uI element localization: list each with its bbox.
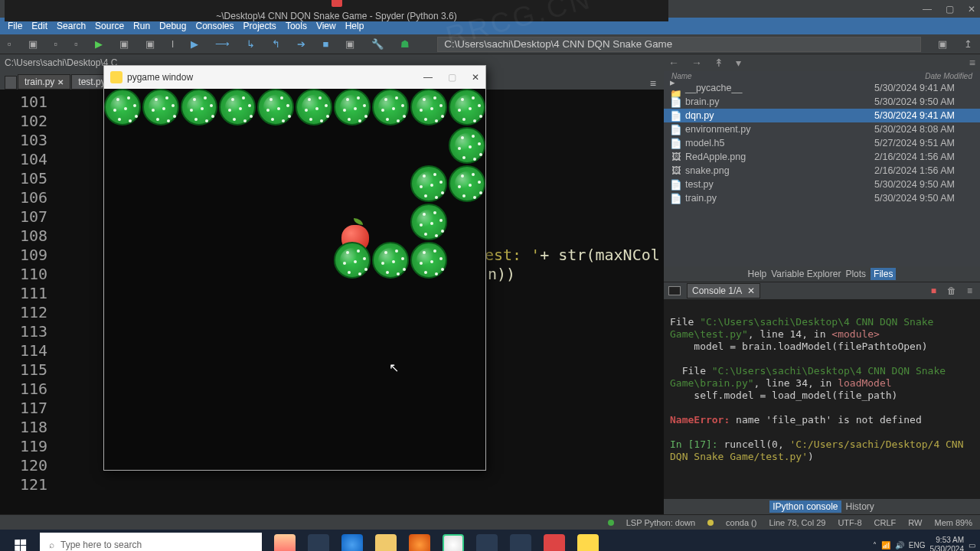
preferences-icon[interactable]: 🔧 [371,38,384,50]
snake-segment [219,89,256,126]
remove-console-icon[interactable]: 🗑 [947,285,956,296]
pythonpath-icon[interactable]: ☗ [400,38,410,50]
start-button[interactable] [5,533,35,551]
run-selection-icon[interactable]: I [172,38,175,50]
console-maximize-icon[interactable] [668,286,681,295]
file-name: RedApple.png [682,152,874,162]
save-all-icon[interactable]: ▫ [74,38,78,50]
debug-file-icon[interactable]: ▶ [191,38,198,50]
tab-label: test.py [78,77,105,87]
col-name[interactable]: Name [671,72,925,80]
tab-browser-icon[interactable] [5,76,17,90]
tray-volume-icon[interactable]: 🔊 [895,541,904,549]
cortana-icon[interactable] [274,534,296,551]
chrome-icon[interactable] [443,534,464,551]
menu-run[interactable]: Run [129,21,155,31]
taskview-icon[interactable] [308,534,329,551]
pane-options-icon[interactable]: ≡ [969,57,975,69]
menu-projects[interactable]: Projects [239,21,281,31]
debug-step-out-icon[interactable]: ↰ [272,38,280,50]
tray-expand-icon[interactable]: ˄ [873,541,877,549]
working-dir-input[interactable] [437,37,921,52]
file-row[interactable]: 📄brain.py5/30/2024 9:50 AM [664,95,980,109]
file-row[interactable]: 🖼snake.png2/16/2024 1:56 AM [664,164,980,178]
run-file-icon[interactable]: ▶ [95,38,103,50]
window-minimize-icon[interactable]: — [923,4,932,15]
menu-consoles[interactable]: Consoles [191,21,238,31]
max-editor-icon[interactable]: ▣ [345,38,354,50]
file-row[interactable]: 📄train.py5/30/2024 9:50 AM [664,191,980,205]
col-date[interactable]: Date Modified [925,72,972,80]
pygame-minimize-icon[interactable]: — [423,72,433,83]
window-maximize-icon[interactable]: ▢ [946,4,954,15]
stop-kernel-icon[interactable]: ■ [931,285,936,296]
close-icon[interactable]: ✕ [57,78,64,86]
tray-clock[interactable]: 9:53 AM 5/30/2024 [930,536,965,551]
tab-ipython[interactable]: IPython console [769,500,841,513]
window-close-icon[interactable]: ✕ [968,4,975,15]
menu-search[interactable]: Search [52,21,90,31]
app-icon[interactable] [510,534,531,551]
run-cell-icon[interactable]: ▣ [119,38,129,50]
editor-tab-train[interactable]: train.py ✕ [18,74,70,90]
tab-help[interactable]: Help [748,269,767,279]
menu-tools[interactable]: Tools [281,21,312,31]
up-icon[interactable]: ↟ [714,57,724,69]
file-row[interactable]: 📄model.h55/27/2024 9:51 AM [664,136,980,150]
menu-view[interactable]: View [312,21,341,31]
tab-plots[interactable]: Plots [845,269,866,279]
tab-varexp[interactable]: Variable Explorer [771,269,841,279]
tray-notifications-icon[interactable]: ▭ [969,541,975,549]
edge-icon[interactable] [341,534,363,551]
taskbar-search[interactable]: ⌕ Type here to search [40,533,262,551]
debug-continue-icon[interactable]: ➔ [297,38,305,50]
console-tab[interactable]: Console 1/A ✕ [687,283,760,298]
close-icon[interactable]: ✕ [747,285,755,296]
file-row[interactable]: 📄dqn.py5/30/2024 9:41 AM [664,109,980,122]
status-env[interactable]: conda () [726,518,756,527]
pygame-close-icon[interactable]: ✕ [472,72,479,83]
pygame-maximize-icon[interactable]: ▢ [448,72,456,83]
new-file-icon[interactable]: ▫ [8,38,11,50]
file-date: 5/30/2024 9:50 AM [874,193,974,204]
status-lsp[interactable]: LSP Python: down [626,518,695,527]
explorer-icon[interactable] [375,534,397,551]
parent-dir-icon[interactable]: ↥ [964,38,972,50]
tray-language-icon[interactable]: ENG [909,541,926,549]
menu-debug[interactable]: Debug [155,21,191,31]
ipython-console[interactable]: File "C:\Users\sachi\Desktop\4 CNN DQN S… [664,299,980,499]
menu-file[interactable]: File [3,21,27,31]
firefox-icon[interactable] [409,534,430,551]
status-eol[interactable]: CRLF [874,518,897,527]
browse-dir-icon[interactable]: ▣ [938,38,947,50]
file-row[interactable]: 🖼RedApple.png2/16/2024 1:56 AM [664,150,980,164]
pygame-icon[interactable] [577,534,599,551]
filter-icon[interactable]: ▾ [736,57,741,69]
debug-stop-icon[interactable]: ■ [322,38,328,50]
vscode-icon[interactable] [476,534,498,551]
tab-files[interactable]: Files [871,268,896,280]
file-row[interactable]: 📄environment.py5/30/2024 8:08 AM [664,122,980,136]
save-file-icon[interactable]: ▫ [54,38,58,50]
editor-options-icon[interactable]: ≡ [650,77,656,90]
status-enc[interactable]: UTF-8 [838,518,861,527]
menu-help[interactable]: Help [341,21,369,31]
menu-edit[interactable]: Edit [27,21,52,31]
pygame-titlebar[interactable]: pygame window — ▢ ✕ [104,66,485,89]
file-row[interactable]: 📄test.py5/30/2024 9:50 AM [664,178,980,191]
forward-icon[interactable]: → [691,57,702,69]
line-gutter: 1011021031041051061071081091101111121131… [0,90,55,494]
file-row[interactable]: ▸ 📁__pycache__5/30/2024 9:41 AM [664,81,980,95]
open-file-icon[interactable]: ▣ [28,38,38,50]
tray-wifi-icon[interactable]: 📶 [881,541,890,549]
snake-segment [334,89,371,126]
debug-step-icon[interactable]: ⟶ [215,38,230,50]
back-icon[interactable]: ← [668,57,679,69]
menu-source[interactable]: Source [90,21,129,31]
run-cell-advance-icon[interactable]: ▣ [145,38,155,50]
debug-step-in-icon[interactable]: ↳ [247,38,255,50]
console-options-icon[interactable]: ≡ [967,285,972,296]
spyder-icon[interactable] [544,534,565,551]
tab-history[interactable]: History [846,501,874,512]
pygame-window[interactable]: pygame window — ▢ ✕ ↖ [103,65,486,471]
